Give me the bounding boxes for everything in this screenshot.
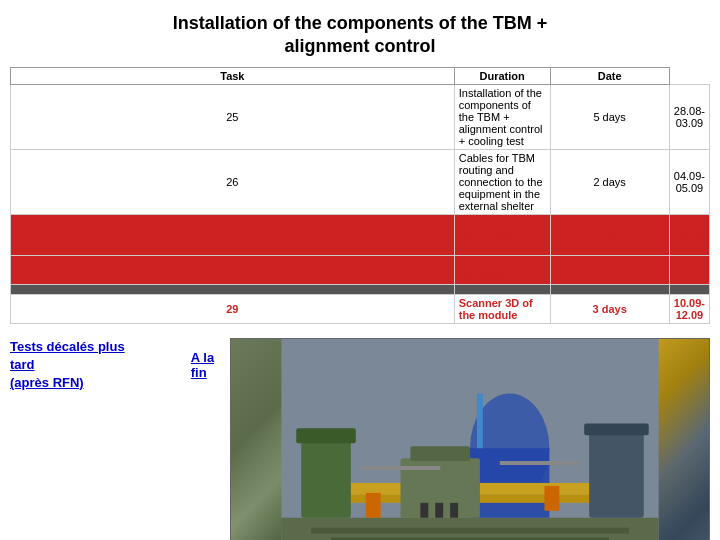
svg-rect-8 xyxy=(589,428,644,517)
table-cell: 04.09-05.09 xyxy=(669,149,709,214)
page-title: Installation of the components of the TB… xyxy=(0,0,720,67)
bottom-section: Tests décalés plus tard (après RFN) A la… xyxy=(0,328,720,540)
header-task: Task xyxy=(11,67,455,84)
table-cell: 28.08-03.09 xyxy=(669,84,709,149)
task-table-container: Task Duration Date 25Installation of the… xyxy=(0,67,720,324)
table-row: 25Installation of the components of the … xyxy=(11,84,710,149)
table-cell xyxy=(550,284,669,294)
svg-rect-16 xyxy=(544,486,559,511)
svg-rect-6 xyxy=(301,438,351,517)
tests-sublabel: (après RFN) xyxy=(10,374,141,392)
table-cell: 1 day xyxy=(550,214,669,255)
table-cell: 29 xyxy=(11,294,455,323)
table-cell: Cables for TBM routing and connection to… xyxy=(454,149,550,214)
table-cell: 25 xyxy=(11,84,455,149)
table-cell: 28 xyxy=(11,255,455,284)
image-background xyxy=(231,339,709,540)
table-cell: Installation of the cooling pipes / Argo… xyxy=(454,214,550,255)
table-row xyxy=(11,284,710,294)
svg-rect-19 xyxy=(450,503,458,518)
table-cell: Scanner 3D of the module xyxy=(454,294,550,323)
a-la-fin-label: A la fin xyxy=(191,350,230,380)
svg-rect-17 xyxy=(420,503,428,518)
svg-rect-15 xyxy=(366,493,381,518)
table-cell: Installation of the components of the TB… xyxy=(454,84,550,149)
table-cell: RF connections and tests xyxy=(454,255,550,284)
table-cell xyxy=(669,284,709,294)
svg-rect-20 xyxy=(311,527,629,533)
header-duration: Duration xyxy=(454,67,550,84)
tests-label: Tests décalés plus tard xyxy=(10,338,141,374)
table-row: 27Installation of the cooling pipes / Ar… xyxy=(11,214,710,255)
table-cell: 09.09 xyxy=(669,255,709,284)
table-cell: 10.09-12.09 xyxy=(669,294,709,323)
equipment-image xyxy=(230,338,710,540)
table-cell: 2 days xyxy=(550,149,669,214)
table-cell: 26 xyxy=(11,149,455,214)
svg-rect-9 xyxy=(584,423,649,435)
header-date: Date xyxy=(550,67,669,84)
tests-label-block: Tests décalés plus tard (après RFN) xyxy=(10,338,141,393)
svg-rect-18 xyxy=(435,503,443,518)
svg-rect-11 xyxy=(410,446,470,461)
table-row: 26Cables for TBM routing and connection … xyxy=(11,149,710,214)
table-header-row: Task Duration Date xyxy=(11,67,710,84)
table-cell: 3 days xyxy=(550,294,669,323)
left-text-block: Tests décalés plus tard (après RFN) A la… xyxy=(10,338,230,393)
svg-rect-7 xyxy=(296,428,356,443)
table-row: 29Scanner 3D of the module3 days10.09-12… xyxy=(11,294,710,323)
machine-svg xyxy=(231,339,709,540)
table-cell: 08.09 xyxy=(669,214,709,255)
table-cell: 27 xyxy=(11,214,455,255)
table-row: 28RF connections and tests1 day09.09 xyxy=(11,255,710,284)
table-cell xyxy=(11,284,455,294)
table-cell: 5 days xyxy=(550,84,669,149)
table-cell xyxy=(454,284,550,294)
bottom-labels-row: Tests décalés plus tard (après RFN) A la… xyxy=(10,338,230,393)
task-table: Task Duration Date 25Installation of the… xyxy=(10,67,710,324)
table-cell: 1 day xyxy=(550,255,669,284)
